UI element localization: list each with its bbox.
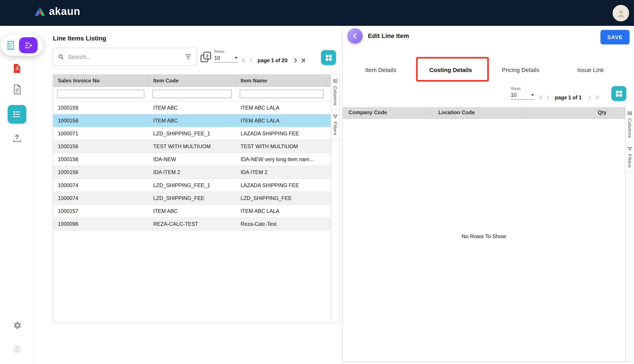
column-header-item-code[interactable]: Item Code	[148, 75, 236, 86]
table-cell: LAZADA SHIPPING FEE	[236, 130, 328, 136]
edit-line-item-panel: Edit Line Item SAVE Item Details Costing…	[342, 26, 634, 364]
column-filter-input[interactable]	[240, 90, 324, 98]
filters-tab-label: Filters	[333, 122, 338, 135]
column-header-sales-invoice-no[interactable]: Sales Invoice No	[53, 75, 148, 86]
table-row[interactable]: 1000156IDA ITEM 2IDA ITEM 2	[53, 166, 331, 179]
rows-label: Rows	[511, 86, 534, 91]
grid-view-button[interactable]	[321, 50, 336, 65]
sidebar-item-pdf[interactable]	[11, 63, 22, 74]
person-icon	[615, 8, 626, 18]
detail-tabs: Item Details Costing Details Pricing Det…	[346, 61, 625, 79]
filters-tool-tab[interactable]: Filters	[331, 110, 340, 140]
table-cell: ITEM ABC	[148, 118, 236, 124]
pages-icon[interactable]: 2	[201, 52, 211, 62]
table-row[interactable]: 1000157ITEM ABCITEM ABC LALA	[53, 205, 331, 218]
table-row[interactable]: 1000156IDA-NEWIDA-NEW very long item nam…	[53, 153, 331, 166]
line-items-panel: Line Items Listing 2	[53, 26, 340, 364]
list-icon	[12, 110, 22, 119]
table-cell: 1000096	[53, 221, 148, 227]
table-header-row: Sales Invoice No Item Code Item Name	[53, 75, 331, 87]
tool-panel-strip: Columns Filters	[331, 75, 340, 323]
table-row[interactable]: 1000159ITEM ABCITEM ABC LALA	[53, 101, 331, 114]
table-row[interactable]: 1000074LZD_SHIPPING_FEE_1LAZADA SHIPPING…	[53, 179, 331, 192]
sidebar-active-module[interactable]	[1, 35, 43, 56]
line-items-table: Sales Invoice No Item Code Item Name 100…	[53, 74, 340, 323]
table-filter-row	[53, 87, 331, 101]
module-menu-button[interactable]	[19, 37, 38, 53]
search-box[interactable]	[53, 48, 197, 66]
gear-icon	[12, 320, 22, 330]
table-row[interactable]: 1000156TEST WITH MULTIUOMTEST WITH MULTI…	[53, 140, 331, 153]
rows-per-page-select[interactable]: Rows 10	[214, 49, 238, 63]
search-icon	[58, 54, 64, 60]
rows-value: 10	[214, 55, 220, 61]
tab-item-details[interactable]: Item Details	[346, 61, 416, 79]
costing-table: Company Code Location Code Qty No Rows T…	[343, 107, 634, 362]
prev-page-button[interactable]	[545, 94, 552, 101]
column-header-location-code[interactable]: Location Code	[432, 107, 523, 118]
sidebar	[0, 26, 34, 364]
next-page-button[interactable]	[292, 56, 299, 64]
brand[interactable]: akaun	[34, 6, 80, 16]
table-row[interactable]: 1000096REZA-CALC-TESTReza-Calc-Test	[53, 218, 331, 231]
table-cell: 1000156	[53, 156, 148, 162]
edit-title: Edit Line Item	[368, 32, 409, 40]
first-page-button[interactable]	[240, 56, 248, 64]
table-cell: LZD_SHIPPING_FEE_1	[148, 130, 236, 136]
next-page-button[interactable]	[586, 94, 593, 101]
last-page-button[interactable]	[593, 94, 600, 101]
table-cell: 1000157	[53, 208, 148, 214]
sheet-front-icon: 2	[203, 52, 211, 60]
sidebar-item-line-items[interactable]	[8, 105, 26, 124]
columns-icon	[627, 111, 632, 116]
column-header-qty[interactable]: Qty	[523, 107, 625, 118]
table-cell: 1000156	[53, 169, 148, 175]
pagination: page1of20	[240, 56, 306, 65]
search-input[interactable]	[67, 53, 184, 60]
arrow-left-icon	[351, 32, 359, 40]
table-cell: LZD_SHIPPING_FEE	[236, 195, 328, 201]
table-row[interactable]: 1000074LZD_SHIPPING_FEELZD_SHIPPING_FEE	[53, 192, 331, 205]
back-button[interactable]	[347, 28, 363, 44]
sidebar-item-document[interactable]	[11, 84, 22, 95]
table-cell: ITEM ABC LALA	[236, 105, 328, 111]
prev-page-button[interactable]	[247, 56, 255, 64]
grid-view-button[interactable]	[611, 86, 626, 101]
table-cell: 1000074	[53, 182, 148, 188]
first-page-button[interactable]	[537, 94, 545, 101]
invoice-table-body: 1000159ITEM ABCITEM ABC LALA1000158ITEM …	[53, 101, 331, 323]
sidebar-item-profile[interactable]	[12, 344, 22, 354]
columns-tab-label: Columns	[333, 86, 338, 106]
document-icon	[11, 84, 22, 95]
table-cell: TEST WITH MULTIUOM	[236, 143, 328, 149]
tab-pricing-details[interactable]: Pricing Details	[486, 61, 555, 79]
user-avatar[interactable]	[613, 5, 629, 22]
rows-per-page-select[interactable]: Rows 10	[511, 86, 534, 100]
columns-tool-tab[interactable]: Columns	[625, 107, 634, 143]
sidebar-item-settings[interactable]	[12, 320, 22, 330]
app-root: akaun	[0, 0, 634, 364]
tab-issue-link[interactable]: Issue Link	[555, 61, 625, 79]
brand-logo-icon	[34, 6, 46, 16]
table-row[interactable]: 1000158ITEM ABCITEM ABC LALA	[53, 114, 331, 127]
filter-list-icon[interactable]	[184, 53, 192, 61]
indent-menu-icon	[24, 41, 33, 50]
column-filter-input[interactable]	[152, 90, 232, 98]
filters-tool-tab[interactable]: Filters	[625, 143, 634, 173]
save-button[interactable]: SAVE	[600, 30, 629, 44]
table-cell: 1000158	[53, 118, 148, 124]
page-indicator: page1of20	[258, 57, 289, 63]
table-row[interactable]: 1000071LZD_SHIPPING_FEE_1LAZADA SHIPPING…	[53, 127, 331, 140]
funnel-icon	[627, 146, 632, 152]
column-header-item-name[interactable]: Item Name	[236, 75, 328, 86]
table-cell: LZD_SHIPPING_FEE	[148, 195, 236, 201]
column-header-company-code[interactable]: Company Code	[343, 107, 432, 118]
tab-costing-details[interactable]: Costing Details	[416, 61, 485, 79]
table-header-row: Company Code Location Code Qty	[343, 107, 625, 119]
page-indicator: page1of1	[555, 94, 583, 100]
table-cell: ITEM ABC	[148, 208, 236, 214]
table-cell: IDA ITEM 2	[236, 169, 328, 175]
column-filter-input[interactable]	[57, 90, 144, 98]
sidebar-item-upload[interactable]	[12, 133, 22, 143]
last-page-button[interactable]	[299, 56, 306, 64]
